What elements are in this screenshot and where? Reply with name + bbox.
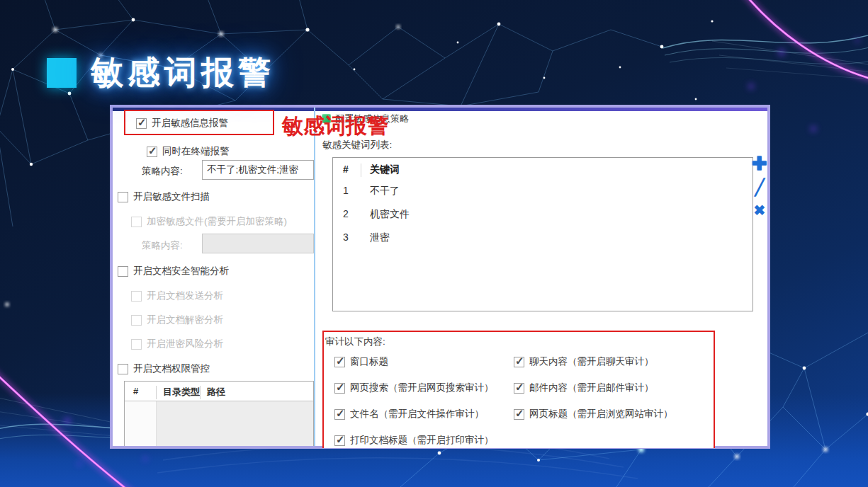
keyword-table: # 关键词 1 不干了 2 机密文件 3 泄密	[332, 157, 753, 311]
checkbox-checked-icon[interactable]	[334, 435, 345, 446]
row-number: 3	[343, 231, 349, 243]
checkbox-row-leak-risk-analysis[interactable]: 开启泄密风险分析	[131, 338, 223, 350]
left-settings-column: 开启敏感信息报警 同时在终端报警 策略内容: 开启敏感文件扫描 加密敏感文件(需…	[113, 108, 314, 446]
column-header-num: #	[343, 164, 349, 175]
checkbox-checked-icon[interactable]	[334, 383, 345, 394]
checkbox-label: 开启敏感文件扫描	[133, 190, 210, 203]
row-number: 2	[343, 208, 349, 219]
checkbox-row-doc-smart-analysis[interactable]: 开启文档安全智能分析	[118, 265, 229, 277]
checkbox-label: 聊天内容（需开启聊天审计）	[529, 355, 654, 368]
add-keyword-icon[interactable]: ✚	[750, 153, 770, 174]
row-number: 1	[343, 185, 349, 196]
column-header-keyword: 关键词	[370, 164, 400, 176]
checkbox-row-file-scan[interactable]: 开启敏感文件扫描	[118, 190, 210, 203]
checkbox-row-window-title[interactable]: 窗口标题	[334, 355, 388, 368]
light-waves-top-right	[663, 0, 868, 79]
checkbox-row-doc-decrypt-analysis[interactable]: 开启文档解密分析	[131, 314, 223, 326]
keyword-table-header: # 关键词	[333, 158, 753, 179]
audit-section-highlight: 审计以下内容: 窗口标题 网页搜索（需开启网页搜索审计） 文件名（需开启文件操作…	[322, 331, 715, 448]
keyword-text: 机密文件	[370, 208, 410, 221]
settings-screenshot-panel: 开启敏感信息报警 同时在终端报警 策略内容: 开启敏感文件扫描 加密敏感文件(需…	[110, 105, 770, 449]
keyword-row[interactable]: 3 泄密	[333, 226, 753, 249]
policy-content-input-2	[202, 234, 314, 253]
edit-keyword-icon[interactable]: ╱	[750, 177, 770, 198]
policy-content-label-2: 策略内容:	[142, 239, 183, 252]
policy-dialog-column: 配置敏感信息策略 敏感关键词列表: # 关键词 1 不干了 2	[315, 108, 767, 446]
checkbox-label: 网页搜索（需开启网页搜索审计）	[350, 382, 494, 394]
checkbox-disabled-icon	[131, 291, 142, 302]
checkbox-row-doc-permission[interactable]: 开启文档权限管控	[118, 362, 210, 375]
delete-keyword-icon[interactable]: ✖	[750, 201, 770, 219]
keyword-row[interactable]: 1 不干了	[333, 179, 753, 202]
checkbox-label: 同时在终端报警	[162, 145, 230, 158]
checkbox-row-file-name[interactable]: 文件名（需开启文件操作审计）	[334, 408, 484, 420]
slide: 敏感词报警 开启敏感信息报警 同时在终端报警 策略内容:	[0, 0, 868, 487]
keyword-toolbar: ✚ ╱ ✖	[750, 153, 770, 219]
checkbox-checked-icon[interactable]	[147, 147, 157, 157]
checkbox-label: 加密敏感文件(需要开启加密策略)	[147, 215, 287, 228]
directory-table-header: # 目录类型 路径	[125, 382, 313, 401]
checkbox-label: 开启泄密风险分析	[147, 338, 223, 350]
checkbox-disabled-icon	[131, 217, 142, 227]
column-divider	[200, 386, 201, 399]
column-header-num: #	[133, 386, 138, 396]
column-divider	[361, 164, 361, 177]
slide-title-block: 敏感词报警	[47, 51, 275, 95]
keyword-text: 泄密	[370, 231, 390, 244]
checkbox-row-print-doc-title[interactable]: 打印文档标题（需开启打印审计）	[334, 434, 494, 447]
checkbox-label: 窗口标题	[350, 355, 388, 368]
red-annotation-text: 敏感词报警	[282, 112, 388, 141]
checkbox-checked-icon[interactable]	[514, 383, 524, 394]
column-header-path: 路径	[207, 386, 225, 399]
checkbox-checked-icon[interactable]	[334, 409, 345, 420]
checkbox-unchecked-icon[interactable]	[118, 266, 128, 277]
checkbox-label: 开启文档发送分析	[147, 290, 223, 302]
directory-table-body[interactable]	[125, 401, 313, 446]
checkbox-disabled-icon	[131, 339, 142, 350]
policy-content-label: 策略内容:	[142, 165, 183, 178]
checkbox-checked-icon[interactable]	[514, 357, 524, 367]
checkbox-label: 开启文档权限管控	[133, 362, 210, 375]
keyword-row[interactable]: 2 机密文件	[333, 202, 753, 226]
checkbox-label: 开启文档解密分析	[147, 314, 223, 326]
checkbox-row-web-search[interactable]: 网页搜索（需开启网页搜索审计）	[334, 382, 494, 394]
checkbox-row-mail-content[interactable]: 邮件内容（需开启邮件审计）	[514, 382, 654, 394]
column-header-type: 目录类型	[163, 386, 200, 399]
checkbox-row-chat-content[interactable]: 聊天内容（需开启聊天审计）	[514, 355, 654, 368]
checkbox-label: 打印文档标题（需开启打印审计）	[350, 434, 494, 447]
checkbox-label: 开启文档安全智能分析	[133, 265, 229, 277]
checkbox-label: 文件名（需开启文件操作审计）	[350, 408, 484, 420]
checkbox-label: 网页标题（需开启浏览网站审计）	[529, 408, 673, 420]
keyword-text: 不干了	[370, 185, 400, 197]
title-accent-square	[47, 58, 77, 88]
policy-content-input[interactable]	[202, 160, 314, 180]
checkbox-row-terminal-alert[interactable]: 同时在终端报警	[147, 145, 230, 158]
checkbox-checked-icon[interactable]	[334, 357, 345, 367]
page-title: 敏感词报警	[91, 51, 275, 95]
column-divider	[156, 386, 157, 399]
checkbox-label: 邮件内容（需开启邮件审计）	[529, 382, 654, 394]
checkbox-unchecked-icon[interactable]	[118, 364, 128, 374]
checkbox-row-doc-send-analysis[interactable]: 开启文档发送分析	[131, 290, 223, 302]
checkbox-row-encrypt-file[interactable]: 加密敏感文件(需要开启加密策略)	[131, 215, 287, 228]
checkbox-disabled-icon	[131, 315, 142, 326]
checkbox-row-web-page-title[interactable]: 网页标题（需开启浏览网站审计）	[514, 408, 673, 420]
checkbox-unchecked-icon[interactable]	[118, 192, 128, 202]
checkbox-checked-icon[interactable]	[514, 409, 524, 420]
directory-table: # 目录类型 路径	[124, 381, 314, 446]
audit-section-title: 审计以下内容:	[325, 336, 385, 348]
number-column	[125, 401, 157, 446]
highlight-rectangle-sensitive-alert	[124, 110, 274, 135]
